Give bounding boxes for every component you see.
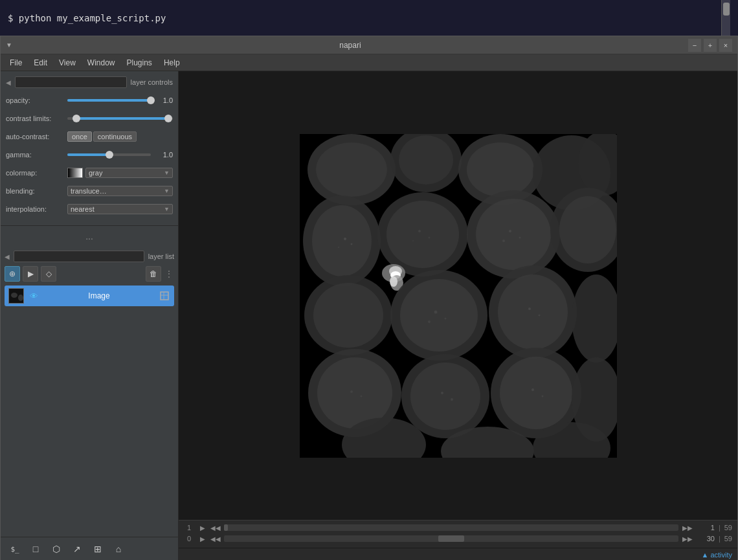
blending-value: transluce… [71,187,107,195]
terminal-scrollbar-thumb [723,3,730,16]
layer-toolbar: ⊕ ▶ ◇ 🗑 ⋮ [5,266,174,282]
polygon-tool-button[interactable]: ◇ [41,266,56,282]
eye-icon: 👁 [30,291,38,301]
menu-window[interactable]: Window [82,57,120,69]
continuous-button[interactable]: continuous [93,131,137,142]
delete-layer-button[interactable]: 🗑 [146,266,161,282]
gamma-label: gamma: [6,151,67,159]
opacity-label: opacity: [6,96,67,104]
menu-plugins[interactable]: Plugins [122,57,157,69]
contrast-slider[interactable] [67,113,173,124]
slider-1-end[interactable]: ▶▶ [682,523,691,532]
svg-point-61 [451,398,453,401]
interpolation-value: nearest [71,205,95,213]
layer-visibility-button[interactable]: 👁 [28,290,39,302]
slider-row-2: 0 ▶ ◀◀ ▶▶ 30 | 59 [184,534,732,543]
point-tool-button[interactable]: ⊕ [5,266,20,282]
svg-point-62 [531,388,534,391]
svg-point-30 [400,279,478,352]
gamma-slider[interactable] [67,150,151,160]
svg-point-49 [412,240,414,241]
colormap-preview [67,168,83,178]
svg-point-63 [541,395,543,397]
layer-item-image[interactable]: 👁 Image [5,286,174,306]
2d-view-button[interactable]: □ [27,540,45,558]
slider-2-end[interactable]: ▶▶ [682,534,691,543]
menu-view[interactable]: View [54,57,81,69]
terminal-button[interactable]: $_ [6,540,24,558]
layer-thumbnail [8,288,24,304]
menu-edit[interactable]: Edit [28,57,52,69]
auto-contrast-label: auto-contrast: [6,133,67,140]
slider-1-play[interactable]: ▶ [198,523,207,532]
canvas-area[interactable]: 1 ▶ ◀◀ ▶▶ 1 | 59 0 ▶ ◀◀ [179,71,737,560]
layer-list-collapse-icon[interactable]: ◀ [5,253,10,260]
svg-point-17 [386,201,459,268]
interpolation-label: interpolation: [6,205,67,213]
colormap-select[interactable]: gray ▼ [85,168,173,178]
polygon-icon: ◇ [46,269,52,278]
collapse-icon[interactable]: ◀ [6,79,11,86]
layer-controls-title: layer controls [131,78,173,86]
minimize-button[interactable]: − [688,39,701,52]
slider-2-value: 30 [695,535,715,543]
svg-point-7 [316,142,387,197]
svg-point-53 [434,310,437,313]
svg-point-32 [498,274,568,350]
auto-contrast-row: auto-contrast: once continuous [6,129,173,144]
blending-select[interactable]: transluce… ▼ [67,186,173,196]
select-tool-button[interactable]: ▶ [23,266,38,282]
title-bar-left: ▼ [6,41,12,49]
svg-point-21 [559,196,616,263]
contrast-row: contrast limits: [6,111,173,126]
cube-3d-icon: ⬡ [52,544,60,554]
colormap-label: colormap: [6,169,67,177]
terminal-icon: $_ [10,545,19,554]
svg-point-19 [476,199,551,270]
home-button[interactable]: ⌂ [109,540,128,558]
transform-button[interactable]: ↗ [68,540,86,558]
interpolation-row: interpolation: nearest ▼ [6,202,173,216]
activity-button[interactable]: ▲ activity [701,551,732,559]
terminal-scrollbar[interactable] [721,0,730,36]
svg-point-57 [538,314,540,316]
auto-contrast-buttons: once continuous [67,131,137,142]
slider-1-prev[interactable]: ◀◀ [211,523,220,532]
slider-2-play[interactable]: ▶ [198,534,207,543]
svg-point-9 [399,135,453,185]
layer-list-panel: ◀ layer list ⊕ ▶ ◇ [1,247,178,537]
slider-1-track[interactable] [224,524,678,531]
menu-file[interactable]: File [5,57,27,69]
title-bar-controls: − + × [688,39,732,52]
menu-bar: File Edit View Window Plugins Help [1,54,737,71]
contrast-label: contrast limits: [6,115,67,122]
main-content: ◀ layer controls opacity: 1.0 [1,71,737,560]
terminal-prompt: $ python my_example_script.py [8,13,166,23]
once-button[interactable]: once [67,131,92,142]
slider-2-prev[interactable]: ◀◀ [211,534,220,543]
layer-list-title: layer list [148,252,174,260]
close-button[interactable]: × [719,39,732,52]
canvas-main[interactable] [179,71,737,520]
bottom-toolbar: $_ □ ⬡ ↗ ⊞ ⌂ [1,537,178,560]
layer-list-header: ◀ layer list [5,251,174,262]
layer-menu-button[interactable]: ⋮ [164,266,174,282]
menu-help[interactable]: Help [159,57,185,69]
slider-2-track[interactable] [224,535,678,542]
gamma-value: 1.0 [153,151,173,159]
home-icon: ⌂ [116,544,121,554]
slider-1-max: 59 [724,524,732,532]
colormap-value: gray [89,169,102,177]
grid-button[interactable]: ⊞ [89,540,107,558]
colormap-row: colormap: gray ▼ [6,166,173,180]
3d-view-button[interactable]: ⬡ [47,540,65,558]
slider-1-num: 1 [184,524,194,532]
opacity-slider[interactable] [67,95,151,106]
layer-name-label: Image [43,291,155,300]
maximize-button[interactable]: + [704,39,717,52]
transform-icon: ↗ [73,544,81,554]
svg-point-37 [410,363,480,430]
canvas-sliders: 1 ▶ ◀◀ ▶▶ 1 | 59 0 ▶ ◀◀ [179,520,737,548]
interpolation-select[interactable]: nearest ▼ [67,204,173,214]
svg-point-15 [312,205,372,276]
